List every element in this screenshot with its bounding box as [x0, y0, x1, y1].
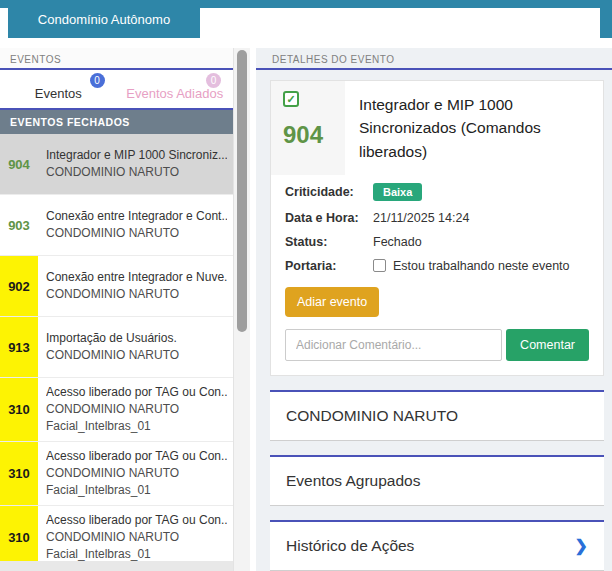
event-details-header: DETALHES DO EVENTO: [256, 48, 612, 70]
field-label-criticidade: Criticidade:: [285, 185, 373, 199]
field-row-criticidade: Criticidade: Baixa: [285, 183, 589, 201]
event-body: Integrador e MIP 1000 Sincroniz... CONDO…: [38, 134, 233, 194]
field-row-data-hora: Data e Hora: 21/11/2025 14:24: [285, 211, 589, 225]
event-device: Facial_Intelbras_01: [46, 482, 227, 499]
event-code: 902: [0, 256, 38, 316]
event-list-item[interactable]: 903 Conexão entre Integrador e Cont... C…: [0, 195, 233, 256]
vertical-scrollbar[interactable]: [234, 48, 250, 571]
field-value-data-hora: 21/11/2025 14:24: [373, 211, 469, 225]
event-title: Acesso liberado por TAG ou Con...: [46, 448, 227, 465]
event-title: Integrador e MIP 1000 Sincroniz...: [46, 147, 227, 164]
event-title: Importação de Usuários.: [46, 330, 227, 347]
event-condominium: CONDOMINIO NARUTO: [46, 225, 227, 242]
event-condominium: CONDOMINIO NARUTO: [46, 164, 227, 181]
section-eventos-agrupados[interactable]: Eventos Agrupados: [270, 455, 604, 506]
event-condominium: CONDOMINIO NARUTO: [46, 465, 227, 482]
event-code-column: ✓ 904: [271, 81, 345, 175]
event-details-panel: DETALHES DO EVENTO ✓ 904 Integrador e MI…: [256, 48, 612, 571]
app-tab-condominio-autonomo[interactable]: Condomínio Autônomo: [8, 0, 200, 38]
event-condominium: CONDOMINIO NARUTO: [46, 529, 227, 546]
top-bar-right-edge: [600, 0, 612, 38]
field-value-status: Fechado: [373, 235, 422, 249]
comment-input[interactable]: [285, 329, 502, 361]
event-list-item[interactable]: 904 Integrador e MIP 1000 Sincroniz... C…: [0, 134, 233, 195]
criticidade-badge: Baixa: [373, 183, 422, 201]
section-eventos-agrupados-title: Eventos Agrupados: [286, 472, 420, 490]
event-code: 310: [0, 442, 38, 505]
tab-eventos-adiados-badge: 0: [206, 73, 221, 88]
comment-row: Comentar: [285, 329, 589, 361]
event-detail-card: ✓ 904 Integrador e MIP 1000 Sincronizado…: [270, 80, 604, 376]
closed-events-header: EVENTOS FECHADOS: [0, 110, 233, 134]
event-body: Acesso liberado por TAG ou Con... CONDOM…: [38, 506, 233, 561]
event-title: Acesso liberado por TAG ou Con...: [46, 384, 227, 401]
comentar-button[interactable]: Comentar: [506, 329, 589, 361]
field-label-data-hora: Data e Hora:: [285, 211, 373, 225]
event-body: Conexão entre Integrador e Cont... CONDO…: [38, 195, 233, 255]
event-checked-checkbox-icon[interactable]: ✓: [283, 91, 299, 107]
event-body: Acesso liberado por TAG ou Con... CONDOM…: [38, 442, 233, 505]
event-title: Acesso liberado por TAG ou Con...: [46, 512, 227, 529]
tab-eventos-label: Eventos: [35, 86, 82, 101]
event-list-item[interactable]: 310 Acesso liberado por TAG ou Con... CO…: [0, 442, 233, 506]
event-list-item[interactable]: 913 Importação de Usuários. CONDOMINIO N…: [0, 317, 233, 378]
tab-eventos-adiados[interactable]: 0 Eventos Adiados: [117, 70, 234, 108]
event-code: 904: [0, 134, 38, 194]
event-title: Conexão entre Integrador e Nuve...: [46, 269, 227, 286]
event-device: Facial_Intelbras_01: [46, 418, 227, 435]
app-window: Condomínio Autônomo EVENTOS 0 Eventos 0 …: [0, 0, 612, 571]
detail-event-code: 904: [283, 121, 345, 149]
event-code: 913: [0, 317, 38, 377]
event-condominium: CONDOMINIO NARUTO: [46, 347, 227, 364]
adiar-evento-button[interactable]: Adiar evento: [285, 287, 379, 317]
field-row-status: Status: Fechado: [285, 235, 589, 249]
events-panel: EVENTOS 0 Eventos 0 Eventos Adiados EVEN…: [0, 48, 234, 571]
event-list-item[interactable]: 310 Acesso liberado por TAG ou Con... CO…: [0, 378, 233, 442]
field-label-status: Status:: [285, 235, 373, 249]
main-area: EVENTOS 0 Eventos 0 Eventos Adiados EVEN…: [0, 48, 612, 571]
app-tab-title: Condomínio Autônomo: [38, 12, 170, 27]
scrollbar-thumb[interactable]: [237, 50, 247, 332]
event-fields: Criticidade: Baixa Data e Hora: 21/11/20…: [271, 175, 603, 273]
field-label-portaria: Portaria:: [285, 259, 373, 273]
event-body: Conexão entre Integrador e Nuve... CONDO…: [38, 256, 233, 316]
event-code: 310: [0, 378, 38, 441]
event-list-item[interactable]: 902 Conexão entre Integrador e Nuve... C…: [0, 256, 233, 317]
events-tabs: 0 Eventos 0 Eventos Adiados: [0, 70, 233, 110]
event-condominium: CONDOMINIO NARUTO: [46, 401, 227, 418]
event-condominium: CONDOMINIO NARUTO: [46, 286, 227, 303]
field-row-portaria: Portaria: Estou trabalhando neste evento: [285, 259, 589, 273]
section-condominio-title: CONDOMINIO NARUTO: [286, 407, 458, 425]
event-code: 310: [0, 506, 38, 561]
tab-eventos-adiados-label: Eventos Adiados: [126, 86, 223, 101]
event-list: 904 Integrador e MIP 1000 Sincroniz... C…: [0, 134, 233, 561]
portaria-checkbox-label: Estou trabalhando neste evento: [393, 259, 570, 273]
event-code: 903: [0, 195, 38, 255]
section-historico-acoes-title: Histórico de Ações: [286, 537, 414, 555]
event-detail-card-top: ✓ 904 Integrador e MIP 1000 Sincronizado…: [271, 81, 603, 175]
event-body: Importação de Usuários. CONDOMINIO NARUT…: [38, 317, 233, 377]
section-condominio[interactable]: CONDOMINIO NARUTO: [270, 390, 604, 441]
event-list-item[interactable]: 310 Acesso liberado por TAG ou Con... CO…: [0, 506, 233, 561]
tab-eventos-badge: 0: [90, 73, 105, 88]
tab-eventos[interactable]: 0 Eventos: [0, 70, 117, 108]
event-body: Acesso liberado por TAG ou Con... CONDOM…: [38, 378, 233, 441]
event-device: Facial_Intelbras_01: [46, 546, 227, 561]
portaria-checkbox-group: Estou trabalhando neste evento: [373, 259, 570, 273]
events-panel-header: EVENTOS: [0, 48, 233, 70]
section-historico-acoes[interactable]: Histórico de Ações ❯: [270, 520, 604, 571]
event-title: Conexão entre Integrador e Cont...: [46, 208, 227, 225]
detail-event-title: Integrador e MIP 1000 Sincronizados (Com…: [345, 81, 603, 175]
portaria-checkbox[interactable]: [373, 259, 386, 272]
horizontal-scrollbar[interactable]: [0, 561, 233, 571]
chevron-right-icon[interactable]: ❯: [575, 538, 588, 554]
